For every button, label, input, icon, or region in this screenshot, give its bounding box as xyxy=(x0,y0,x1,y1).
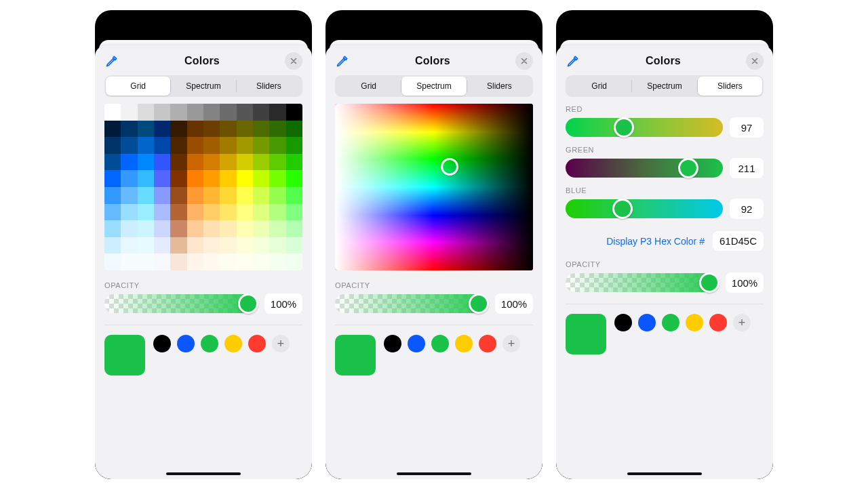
spectrum-field[interactable] xyxy=(335,104,533,270)
opacity-slider[interactable] xyxy=(566,273,719,292)
grid-swatch[interactable] xyxy=(170,204,186,221)
grid-swatch[interactable] xyxy=(203,220,220,237)
mode-segmented-control[interactable]: Grid Spectrum Sliders xyxy=(104,75,302,97)
grid-swatch[interactable] xyxy=(237,104,253,121)
grid-swatch[interactable] xyxy=(121,253,137,270)
recent-yellow[interactable] xyxy=(224,335,242,352)
grid-swatch[interactable] xyxy=(220,220,236,237)
grid-swatch[interactable] xyxy=(138,154,154,171)
grid-swatch[interactable] xyxy=(170,104,186,121)
grid-swatch[interactable] xyxy=(237,187,253,204)
grid-swatch[interactable] xyxy=(237,204,253,221)
grid-swatch[interactable] xyxy=(170,154,186,171)
grid-swatch[interactable] xyxy=(269,187,285,204)
grid-swatch[interactable] xyxy=(170,121,186,138)
grid-swatch[interactable] xyxy=(104,104,121,121)
grid-swatch[interactable] xyxy=(253,253,269,270)
tab-sliders[interactable]: Sliders xyxy=(698,77,762,96)
grid-swatch[interactable] xyxy=(253,121,269,138)
recent-red[interactable] xyxy=(709,314,727,331)
grid-swatch[interactable] xyxy=(104,187,121,204)
recent-yellow[interactable] xyxy=(455,335,473,352)
grid-swatch[interactable] xyxy=(121,137,137,154)
grid-swatch[interactable] xyxy=(203,104,220,121)
close-button[interactable] xyxy=(746,52,764,70)
grid-swatch[interactable] xyxy=(138,104,154,121)
grid-swatch[interactable] xyxy=(237,137,253,154)
grid-swatch[interactable] xyxy=(286,137,302,154)
grid-swatch[interactable] xyxy=(138,237,154,254)
grid-swatch[interactable] xyxy=(253,104,269,121)
grid-swatch[interactable] xyxy=(237,154,253,171)
opacity-value[interactable]: 100% xyxy=(495,293,533,314)
recent-blue[interactable] xyxy=(177,335,195,352)
grid-swatch[interactable] xyxy=(237,237,253,254)
grid-swatch[interactable] xyxy=(154,220,170,237)
opacity-value[interactable]: 100% xyxy=(726,272,764,293)
grid-swatch[interactable] xyxy=(237,170,253,187)
recent-black[interactable] xyxy=(614,314,632,331)
grid-swatch[interactable] xyxy=(170,220,186,237)
grid-swatch[interactable] xyxy=(253,170,269,187)
grid-swatch[interactable] xyxy=(154,137,170,154)
grid-swatch[interactable] xyxy=(203,253,220,270)
grid-swatch[interactable] xyxy=(220,253,236,270)
grid-swatch[interactable] xyxy=(121,220,137,237)
grid-swatch[interactable] xyxy=(170,253,186,270)
grid-swatch[interactable] xyxy=(286,187,302,204)
grid-swatch[interactable] xyxy=(121,237,137,254)
grid-swatch[interactable] xyxy=(138,137,154,154)
grid-swatch[interactable] xyxy=(253,220,269,237)
grid-swatch[interactable] xyxy=(104,253,121,270)
grid-swatch[interactable] xyxy=(220,237,236,254)
grid-swatch[interactable] xyxy=(286,220,302,237)
opacity-slider[interactable] xyxy=(335,294,488,313)
grid-swatch[interactable] xyxy=(203,237,220,254)
grid-swatch[interactable] xyxy=(286,154,302,171)
mode-segmented-control[interactable]: Grid Spectrum Sliders xyxy=(566,75,764,97)
grid-swatch[interactable] xyxy=(121,204,137,221)
grid-swatch[interactable] xyxy=(154,237,170,254)
grid-swatch[interactable] xyxy=(203,154,220,171)
grid-swatch[interactable] xyxy=(187,154,203,171)
grid-swatch[interactable] xyxy=(269,154,285,171)
grid-swatch[interactable] xyxy=(138,187,154,204)
current-color-well[interactable] xyxy=(566,314,606,354)
grid-swatch[interactable] xyxy=(138,253,154,270)
tab-sliders[interactable]: Sliders xyxy=(237,77,301,96)
grid-swatch[interactable] xyxy=(170,170,186,187)
eyedropper-icon[interactable] xyxy=(566,54,580,68)
grid-swatch[interactable] xyxy=(286,237,302,254)
grid-swatch[interactable] xyxy=(286,253,302,270)
green-value[interactable]: 211 xyxy=(730,158,764,178)
grid-swatch[interactable] xyxy=(220,187,236,204)
grid-swatch[interactable] xyxy=(203,204,220,221)
grid-swatch[interactable] xyxy=(170,137,186,154)
grid-swatch[interactable] xyxy=(269,137,285,154)
current-color-well[interactable] xyxy=(335,335,376,375)
tab-grid[interactable]: Grid xyxy=(106,77,170,96)
close-button[interactable] xyxy=(285,52,302,70)
grid-swatch[interactable] xyxy=(269,253,285,270)
grid-swatch[interactable] xyxy=(104,237,121,254)
grid-swatch[interactable] xyxy=(154,253,170,270)
grid-swatch[interactable] xyxy=(104,137,121,154)
green-slider[interactable] xyxy=(566,159,723,178)
grid-swatch[interactable] xyxy=(121,104,137,121)
grid-swatch[interactable] xyxy=(121,154,137,171)
grid-swatch[interactable] xyxy=(286,121,302,138)
grid-swatch[interactable] xyxy=(203,137,220,154)
grid-swatch[interactable] xyxy=(154,121,170,138)
grid-swatch[interactable] xyxy=(154,187,170,204)
grid-swatch[interactable] xyxy=(138,170,154,187)
recent-red[interactable] xyxy=(248,335,266,352)
grid-swatch[interactable] xyxy=(187,204,203,221)
blue-slider[interactable] xyxy=(566,199,723,218)
grid-swatch[interactable] xyxy=(121,121,137,138)
grid-swatch[interactable] xyxy=(269,170,285,187)
tab-grid[interactable]: Grid xyxy=(336,77,401,96)
add-swatch-button[interactable]: + xyxy=(502,335,520,352)
add-swatch-button[interactable]: + xyxy=(272,335,290,352)
grid-swatch[interactable] xyxy=(121,187,137,204)
grid-swatch[interactable] xyxy=(269,220,285,237)
